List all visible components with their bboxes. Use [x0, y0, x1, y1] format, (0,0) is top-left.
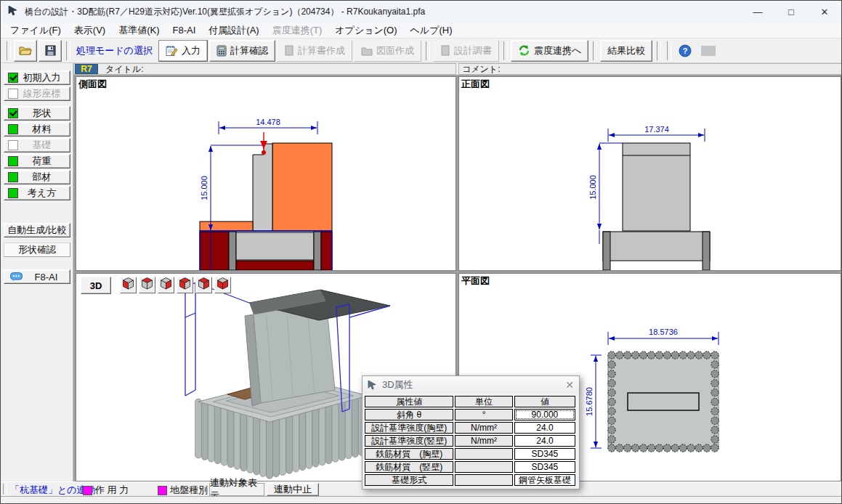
checkbox-checked-icon — [8, 108, 18, 118]
three-d-button[interactable]: 3D — [81, 277, 111, 294]
save-button[interactable] — [39, 40, 62, 62]
menu-help[interactable]: ヘルプ(H) — [404, 23, 459, 38]
value-cell[interactable]: 24.0 — [514, 422, 575, 434]
menu-file[interactable]: ファイル(F) — [4, 23, 68, 38]
table-row: 鉄筋材質 (竪壁) SD345 — [365, 461, 575, 473]
front-height-dim: 15.000 — [588, 175, 597, 200]
value-cell[interactable]: SD345 — [514, 448, 575, 460]
legend-acting-force: 作 用 力 — [83, 484, 129, 497]
sidebar-item-shape[interactable]: 形状 — [4, 106, 70, 121]
title-bar: 橋台の設計・3D配筋(R7／H29道示対応)Ver.10(翼壁拡張オプション)（… — [1, 1, 841, 23]
attributes-table: 属性値 単位 値 斜角 θ ° 90.000 設計基準強度(胸壁) N/mm² … — [363, 394, 577, 487]
value-cell[interactable]: 90.000 — [514, 409, 575, 420]
toolbar-grip — [667, 41, 671, 60]
show-link-targets-button[interactable]: 連動対象表示 — [209, 483, 264, 496]
r7-badge: R7 — [75, 64, 98, 74]
toolbar-grip — [7, 41, 11, 60]
maximize-button[interactable]: □ — [774, 1, 808, 23]
sidebar-item-load[interactable]: 荷重 — [4, 154, 70, 168]
front-width-dim: 17.374 — [644, 125, 669, 134]
seismic-link-button[interactable]: 震度連携へ — [511, 40, 588, 62]
save-floppy-icon — [45, 45, 56, 56]
close-button[interactable]: ✕ — [808, 1, 841, 23]
magenta-square-icon — [158, 486, 167, 495]
table-row: 設計基準強度(胸壁) N/mm² 24.0 — [365, 422, 575, 434]
sidebar-item-approach[interactable]: 考え方 — [4, 186, 70, 200]
checkbox-empty-icon — [8, 140, 18, 150]
auto-generate-button[interactable]: 自動生成/比較 — [4, 223, 70, 237]
minimize-button[interactable]: — — [741, 1, 774, 23]
view-cube-top-button[interactable] — [195, 277, 212, 293]
title-strip: R7 タイトル: — [73, 63, 456, 75]
comment-field-label: コメント: — [462, 63, 500, 76]
menu-standard[interactable]: 基準値(K) — [112, 23, 166, 38]
dialog-close-icon[interactable]: ✕ — [560, 377, 579, 393]
plan-height-dim: 15.6780 — [585, 387, 594, 416]
calculator-icon — [216, 45, 227, 57]
front-view-canvas: 17.374 15.000 — [459, 77, 841, 270]
document-icon — [284, 45, 294, 56]
side-view-canvas: 14.478 15.000 — [76, 77, 456, 270]
calc-doc-button: 計算書作成 — [277, 40, 352, 62]
chat-bubble-icon — [10, 272, 23, 282]
menu-options[interactable]: オプション(O) — [328, 23, 403, 38]
menu-bar: ファイル(F) 表示(V) 基準値(K) F8-AI 付属設計(A) 震度連携(… — [1, 23, 841, 38]
help-icon: ? — [679, 44, 692, 57]
sidebar-item-initial-input[interactable]: 初期入力 — [4, 70, 70, 85]
view-cube-left-button[interactable] — [120, 277, 137, 293]
checkbox-checked-icon — [8, 73, 18, 83]
sidebar-item-foundation: 基礎 — [4, 138, 70, 153]
view-cube-right-button[interactable] — [158, 277, 174, 293]
open-folder-icon — [19, 45, 32, 56]
status-bar — [1, 496, 841, 504]
help-button[interactable]: ? — [674, 41, 696, 61]
menu-attached[interactable]: 付属設計(A) — [202, 23, 265, 38]
table-row: 設計基準強度(竪壁) N/mm² 24.0 — [365, 435, 575, 447]
f8ai-button[interactable]: F8-AI — [4, 269, 70, 284]
toolbar-grip — [593, 41, 597, 60]
view-cube-back-button[interactable] — [139, 277, 155, 293]
calc-check-button[interactable]: 計算確認 — [209, 40, 275, 62]
bar-grip — [3, 484, 7, 495]
table-row: 斜角 θ ° 90.000 — [365, 409, 575, 420]
cancel-link-button[interactable]: 連動中止 — [267, 483, 319, 496]
value-cell[interactable]: 鋼管矢板基礎 — [514, 474, 575, 486]
sidebar-item-material[interactable]: 材料 — [4, 122, 70, 137]
blank-square-icon — [701, 46, 716, 56]
open-button[interactable] — [14, 40, 37, 62]
dialog-app-icon — [368, 380, 378, 390]
checkbox-green-icon — [8, 156, 18, 166]
toolbar-grip — [426, 41, 430, 60]
checkbox-green-icon — [8, 124, 18, 134]
plan-view-label: 平面図 — [461, 275, 490, 288]
magenta-square-icon — [83, 486, 92, 495]
sidebar-item-member[interactable]: 部材 — [4, 170, 70, 184]
shape-confirm-button[interactable]: 形状確認 — [4, 243, 70, 257]
side-height-dim: 15.000 — [200, 176, 209, 200]
value-cell[interactable]: 24.0 — [514, 435, 575, 447]
checkbox-green-icon — [8, 172, 18, 182]
legend-ground-type: 地盤種別 — [158, 484, 208, 497]
report-icon — [440, 45, 450, 56]
app-icon — [8, 5, 19, 19]
side-width-dim: 14.478 — [256, 118, 280, 126]
result-compare-button[interactable]: 結果比較 — [600, 40, 652, 62]
toolbar-grip — [503, 41, 508, 60]
input-mode-button[interactable]: 入力 — [158, 40, 208, 62]
dialog-title-bar[interactable]: 3D属性 ✕ — [363, 376, 579, 394]
toolbar-grip — [657, 41, 661, 60]
menu-f8ai[interactable]: F8-AI — [166, 23, 203, 37]
main-toolbar: 処理モードの選択 入力 計算確認 計算書作成 図面作成 設計調書 震度連携へ 結… — [1, 38, 841, 63]
app-window: 橋台の設計・3D配筋(R7／H29道示対応)Ver.10(翼壁拡張オプション)（… — [0, 0, 842, 504]
blank-tool-button[interactable] — [697, 41, 719, 61]
table-header-row: 属性値 単位 値 — [365, 396, 575, 407]
view-cube-front-button[interactable] — [177, 277, 193, 293]
menu-seismic: 震度連携(T) — [266, 23, 329, 38]
process-mode-label: 処理モードの選択 — [76, 44, 153, 57]
selected-point-marker — [262, 150, 266, 155]
title-field-label: タイトル: — [105, 63, 143, 76]
menu-view[interactable]: 表示(V) — [68, 23, 112, 38]
value-cell[interactable]: SD345 — [514, 461, 575, 473]
view-cube-bottom-button[interactable] — [214, 277, 231, 293]
side-view-label: 側面図 — [78, 78, 107, 91]
